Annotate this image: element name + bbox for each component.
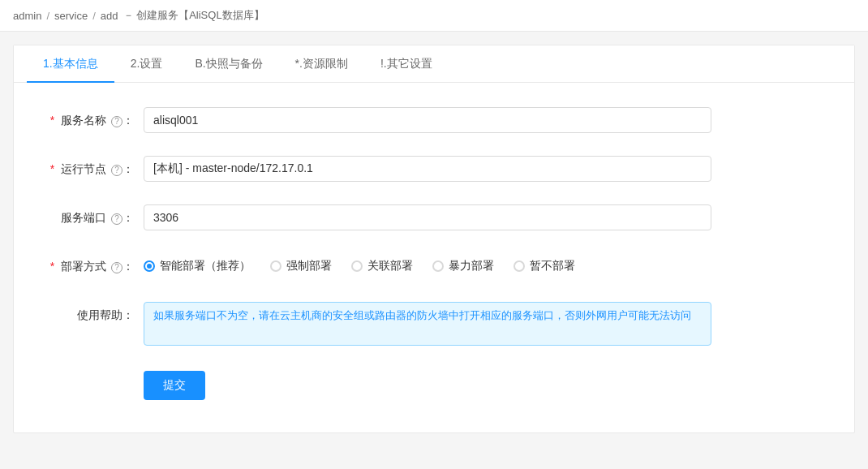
- service-port-row: 服务端口 ?：: [46, 204, 822, 230]
- deploy-method-row: * 部署方式 ?： 智能部署（推荐） 强制部署: [46, 253, 822, 279]
- breadcrumb: admin / service / add － 创建服务【AliSQL数据库】: [0, 0, 868, 32]
- service-port-control: [144, 204, 711, 230]
- radio-smart-deploy-circle: [144, 260, 155, 272]
- help-textarea[interactable]: 如果服务端口不为空，请在云主机商的安全组或路由器的防火墙中打开相应的服务端口，否…: [144, 302, 711, 346]
- service-name-row: * 服务名称 ?：: [46, 107, 822, 133]
- main-panel: 1.基本信息 2.设置 B.快照与备份 *.资源限制 !.其它设置 * 服务名称…: [13, 45, 855, 433]
- breadcrumb-service[interactable]: service: [54, 10, 88, 22]
- help-text-label: 使用帮助：: [46, 302, 144, 328]
- run-node-row: * 运行节点 ?：: [46, 156, 822, 182]
- deploy-method-control: 智能部署（推荐） 强制部署 关联部署 暴力部署: [144, 253, 711, 279]
- radio-brutal-deploy-circle: [432, 260, 444, 272]
- required-marker: *: [50, 114, 54, 127]
- run-node-label: * 运行节点 ?：: [46, 156, 144, 182]
- service-name-control: [144, 107, 711, 133]
- radio-force-deploy[interactable]: 强制部署: [270, 259, 332, 273]
- radio-no-deploy-circle: [513, 260, 525, 272]
- run-node-control: [144, 156, 711, 182]
- breadcrumb-sep-1: /: [46, 10, 49, 22]
- radio-related-deploy-circle: [351, 260, 363, 272]
- radio-no-deploy[interactable]: 暂不部署: [513, 259, 575, 273]
- deploy-method-label: * 部署方式 ?：: [46, 253, 144, 279]
- service-port-help-icon[interactable]: ?: [111, 213, 122, 225]
- radio-related-deploy[interactable]: 关联部署: [351, 259, 413, 273]
- service-port-label: 服务端口 ?：: [46, 204, 144, 230]
- run-node-help-icon[interactable]: ?: [111, 165, 122, 176]
- service-port-input[interactable]: [144, 204, 711, 230]
- radio-brutal-deploy[interactable]: 暴力部署: [432, 259, 494, 273]
- form-body: * 服务名称 ?： * 运行节点 ?： 服务端口 ?：: [14, 83, 854, 432]
- service-name-label: * 服务名称 ?：: [46, 107, 144, 133]
- deploy-radio-group: 智能部署（推荐） 强制部署 关联部署 暴力部署: [144, 253, 711, 279]
- tab-settings[interactable]: 2.设置: [114, 45, 179, 83]
- tab-snapshot[interactable]: B.快照与备份: [178, 45, 278, 83]
- tab-resource-limit[interactable]: *.资源限制: [279, 45, 364, 83]
- breadcrumb-add: add: [101, 10, 118, 22]
- submit-row: 提交: [144, 371, 822, 400]
- deploy-method-help-icon[interactable]: ?: [111, 262, 122, 273]
- help-text-control: 如果服务端口不为空，请在云主机商的安全组或路由器的防火墙中打开相应的服务端口，否…: [144, 302, 711, 348]
- radio-smart-deploy[interactable]: 智能部署（推荐）: [144, 259, 251, 273]
- service-name-help-icon[interactable]: ?: [111, 116, 122, 127]
- tab-bar: 1.基本信息 2.设置 B.快照与备份 *.资源限制 !.其它设置: [14, 45, 854, 83]
- run-node-input[interactable]: [144, 156, 711, 182]
- tab-basic-info[interactable]: 1.基本信息: [27, 45, 114, 83]
- breadcrumb-sep-2: /: [92, 10, 96, 22]
- required-marker-3: *: [50, 260, 54, 273]
- submit-button[interactable]: 提交: [144, 371, 205, 400]
- breadcrumb-admin[interactable]: admin: [13, 10, 41, 22]
- radio-force-deploy-circle: [270, 260, 281, 272]
- breadcrumb-title: － 创建服务【AliSQL数据库】: [123, 8, 264, 23]
- tab-other-settings[interactable]: !.其它设置: [364, 45, 449, 83]
- help-text-row: 使用帮助： 如果服务端口不为空，请在云主机商的安全组或路由器的防火墙中打开相应的…: [46, 302, 822, 348]
- required-marker-2: *: [50, 162, 54, 175]
- service-name-input[interactable]: [144, 107, 711, 133]
